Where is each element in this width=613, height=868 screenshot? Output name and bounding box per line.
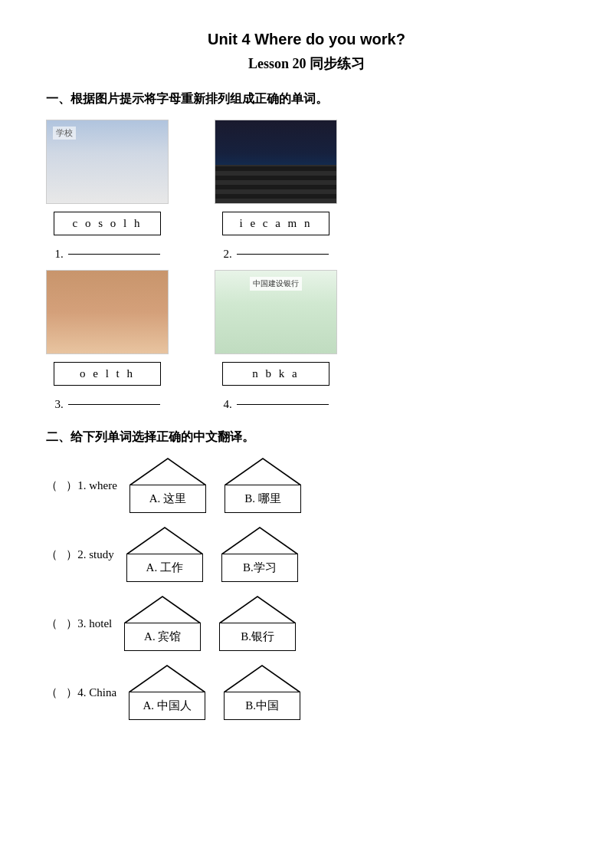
cinema-image bbox=[215, 120, 337, 204]
page-title: Unit 4 Where do you work? bbox=[46, 31, 567, 48]
answer-2-line bbox=[237, 254, 329, 255]
option-b-1[interactable]: B. 哪里 bbox=[225, 458, 301, 513]
answer-1-label: 1. bbox=[54, 248, 63, 261]
answer-4-label: 4. bbox=[223, 398, 231, 411]
answer-2-label: 2. bbox=[223, 248, 231, 261]
option-a-label-4: A. 中国人 bbox=[129, 692, 205, 720]
bank-scrambled: n b k a bbox=[222, 362, 329, 386]
image-row-1: c o s o l h 1. i e c a m n 2. bbox=[46, 120, 567, 261]
vocab-item-3: （ ）3. hotel A. 宾馆 bbox=[46, 596, 567, 651]
option-b-2[interactable]: B.学习 bbox=[221, 527, 298, 582]
vocab-bracket-4: （ ）4. China bbox=[46, 686, 116, 700]
vocab-bracket-2: （ ）2. study bbox=[46, 547, 114, 562]
vocab-bracket-1: （ ）1. where bbox=[46, 478, 117, 493]
option-b-label-3: B.银行 bbox=[219, 623, 296, 651]
page-subtitle: Lesson 20 同步练习 bbox=[46, 54, 567, 73]
answer-4: 4. bbox=[223, 398, 328, 411]
answer-1-line bbox=[68, 254, 160, 255]
option-b-label-1: B. 哪里 bbox=[225, 485, 301, 513]
option-a-1[interactable]: A. 这里 bbox=[129, 458, 206, 513]
hotel-scrambled: o e l t h bbox=[54, 362, 161, 386]
vocab-item-1: （ ）1. where A. 这里 bbox=[46, 458, 567, 513]
section2: 二、给下列单词选择正确的中文翻译。 （ ）1. where A. 这里 bbox=[46, 429, 567, 720]
answer-2: 2. bbox=[223, 248, 328, 261]
item-hotel: o e l t h 3. bbox=[46, 270, 169, 411]
vocab-item-4: （ ）4. China A. 中国人 bbox=[46, 665, 567, 720]
school-scrambled: c o s o l h bbox=[54, 212, 161, 235]
section1-heading: 一、根据图片提示将字母重新排列组成正确的单词。 bbox=[46, 91, 567, 107]
answer-3-label: 3. bbox=[54, 398, 63, 411]
option-a-label-2: A. 工作 bbox=[126, 554, 203, 582]
vocab-options-2: A. 工作 B.学习 bbox=[126, 527, 298, 582]
section1: 一、根据图片提示将字母重新排列组成正确的单词。 c o s o l h 1. i… bbox=[46, 91, 567, 411]
vocab-bracket-3: （ ）3. hotel bbox=[46, 616, 112, 631]
answer-3: 3. bbox=[54, 398, 159, 411]
image-row-2: o e l t h 3. n b k a 4. bbox=[46, 270, 567, 411]
answer-3-line bbox=[68, 404, 160, 405]
option-b-4[interactable]: B.中国 bbox=[224, 665, 300, 720]
option-a-label-1: A. 这里 bbox=[129, 485, 206, 513]
bank-image bbox=[215, 270, 337, 354]
option-b-3[interactable]: B.银行 bbox=[219, 596, 296, 651]
section2-heading: 二、给下列单词选择正确的中文翻译。 bbox=[46, 429, 567, 446]
vocab-item-2: （ ）2. study A. 工作 bbox=[46, 527, 567, 582]
option-a-label-3: A. 宾馆 bbox=[124, 623, 201, 651]
vocab-options-1: A. 这里 B. 哪里 bbox=[129, 458, 301, 513]
vocab-options-4: A. 中国人 B.中国 bbox=[129, 665, 300, 720]
item-school: c o s o l h 1. bbox=[46, 120, 169, 261]
option-a-3[interactable]: A. 宾馆 bbox=[124, 596, 201, 651]
item-bank: n b k a 4. bbox=[215, 270, 337, 411]
answer-4-line bbox=[237, 404, 329, 405]
option-a-2[interactable]: A. 工作 bbox=[126, 527, 203, 582]
item-cinema: i e c a m n 2. bbox=[215, 120, 337, 261]
answer-1: 1. bbox=[54, 248, 159, 261]
vocab-list: （ ）1. where A. 这里 bbox=[46, 458, 567, 720]
option-b-label-2: B.学习 bbox=[221, 554, 298, 582]
vocab-options-3: A. 宾馆 B.银行 bbox=[124, 596, 296, 651]
cinema-scrambled: i e c a m n bbox=[222, 212, 329, 235]
school-image bbox=[46, 120, 169, 204]
hotel-image bbox=[46, 270, 169, 354]
option-a-4[interactable]: A. 中国人 bbox=[129, 665, 205, 720]
option-b-label-4: B.中国 bbox=[224, 692, 300, 720]
